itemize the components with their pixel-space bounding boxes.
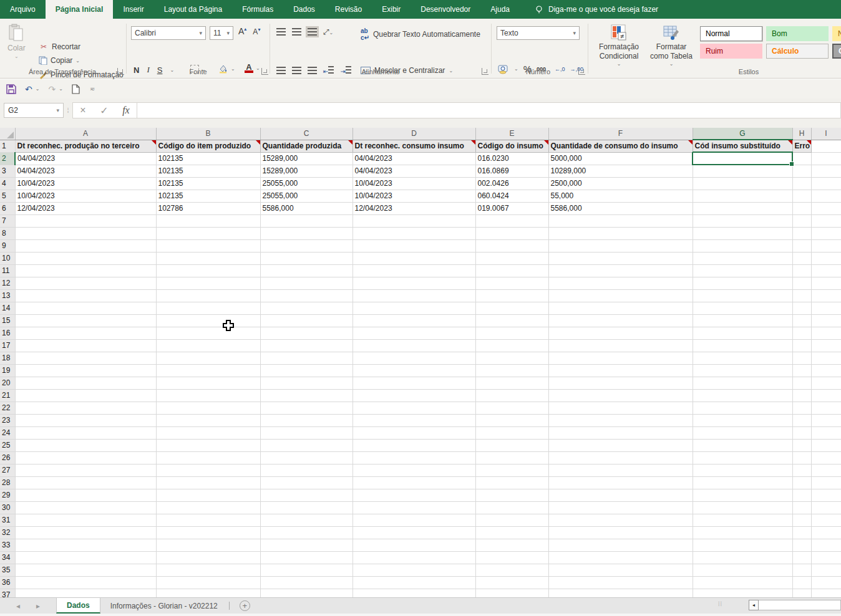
- cell-A6[interactable]: 12/04/2023: [15, 202, 156, 214]
- cell-G36[interactable]: [693, 576, 792, 589]
- undo-button[interactable]: ↶: [25, 84, 32, 94]
- cell-D13[interactable]: [352, 289, 475, 302]
- cell-G26[interactable]: [693, 451, 792, 464]
- cell-E37[interactable]: [475, 589, 548, 597]
- cell-F14[interactable]: [548, 302, 693, 314]
- cell-E3[interactable]: 016.0869: [475, 165, 548, 177]
- cell-G37[interactable]: [693, 589, 792, 597]
- row-header-32[interactable]: 32: [0, 526, 15, 539]
- cell-G32[interactable]: [693, 526, 792, 539]
- cell-F2[interactable]: 5000,000: [548, 152, 693, 165]
- cell-B10[interactable]: [156, 252, 260, 264]
- cell-H12[interactable]: [792, 277, 811, 289]
- cell-A31[interactable]: [15, 514, 156, 526]
- redo-button[interactable]: ↷: [48, 84, 56, 94]
- tab-dados[interactable]: Dados: [283, 0, 325, 19]
- cell-G19[interactable]: [693, 364, 792, 377]
- cell-F15[interactable]: [548, 314, 693, 327]
- cell-D24[interactable]: [352, 426, 475, 439]
- cell-H13[interactable]: [792, 289, 811, 302]
- cell-E13[interactable]: [475, 289, 548, 302]
- cell-D18[interactable]: [352, 352, 475, 364]
- cell-E8[interactable]: [475, 227, 548, 239]
- cell-A9[interactable]: [15, 239, 156, 252]
- cell-F24[interactable]: [548, 426, 693, 439]
- cell-D19[interactable]: [352, 364, 475, 377]
- cell-E25[interactable]: [475, 439, 548, 451]
- tab-inserir[interactable]: Inserir: [113, 0, 153, 19]
- cell-I24[interactable]: [811, 426, 841, 439]
- cell-F21[interactable]: [548, 389, 693, 402]
- sheet-tab-informacoes[interactable]: Informações - Glorian - v202212: [100, 598, 228, 614]
- cell-D4[interactable]: 10/04/2023: [352, 177, 475, 190]
- cell-B6[interactable]: 102786: [156, 202, 260, 214]
- cell-H27[interactable]: [792, 464, 811, 476]
- cell-F9[interactable]: [548, 239, 693, 252]
- cell-A5[interactable]: 10/04/2023: [15, 190, 156, 202]
- row-header-25[interactable]: 25: [0, 439, 15, 451]
- cell-F26[interactable]: [548, 451, 693, 464]
- cell-I16[interactable]: [811, 327, 841, 339]
- row-header-19[interactable]: 19: [0, 364, 15, 377]
- cell-B17[interactable]: [156, 339, 260, 352]
- cell-H20[interactable]: [792, 377, 811, 389]
- cell-B11[interactable]: [156, 264, 260, 277]
- cell-B31[interactable]: [156, 514, 260, 526]
- cell-C11[interactable]: [260, 264, 352, 277]
- cell-A12[interactable]: [15, 277, 156, 289]
- cell-B18[interactable]: [156, 352, 260, 364]
- cell-E33[interactable]: [475, 539, 548, 551]
- cell-D22[interactable]: [352, 402, 475, 414]
- cell-I3[interactable]: [811, 165, 841, 177]
- cell-B3[interactable]: 102135: [156, 165, 260, 177]
- font-dialog-launcher[interactable]: [261, 68, 268, 75]
- cell-D6[interactable]: 12/04/2023: [352, 202, 475, 214]
- cell-style-dark[interactable]: C: [832, 44, 841, 59]
- cell-F7[interactable]: [548, 214, 693, 227]
- cell-H10[interactable]: [792, 252, 811, 264]
- cell-G22[interactable]: [693, 402, 792, 414]
- cell-I20[interactable]: [811, 377, 841, 389]
- cell-I19[interactable]: [811, 364, 841, 377]
- cell-style-normal[interactable]: Normal: [700, 26, 762, 41]
- cell-E11[interactable]: [475, 264, 548, 277]
- cell-B28[interactable]: [156, 476, 260, 489]
- cell-B12[interactable]: [156, 277, 260, 289]
- cell-C12[interactable]: [260, 277, 352, 289]
- cell-D34[interactable]: [352, 551, 475, 564]
- cell-H15[interactable]: [792, 314, 811, 327]
- cell-I23[interactable]: [811, 414, 841, 426]
- cell-G1[interactable]: Cód insumo substituído: [693, 140, 792, 152]
- cell-C8[interactable]: [260, 227, 352, 239]
- cell-F31[interactable]: [548, 514, 693, 526]
- cell-H18[interactable]: [792, 352, 811, 364]
- cell-I6[interactable]: [811, 202, 841, 214]
- redo-dropdown-arrow[interactable]: ⌄: [59, 86, 63, 92]
- tab-scroll-splitter[interactable]: ⁞⁞: [718, 601, 722, 607]
- cell-D12[interactable]: [352, 277, 475, 289]
- cell-I21[interactable]: [811, 389, 841, 402]
- cell-H7[interactable]: [792, 214, 811, 227]
- cell-I10[interactable]: [811, 252, 841, 264]
- column-header-G[interactable]: G: [693, 128, 792, 140]
- row-header-16[interactable]: 16: [0, 327, 15, 339]
- row-header-9[interactable]: 9: [0, 239, 15, 252]
- cell-B32[interactable]: [156, 526, 260, 539]
- cell-D1[interactable]: Dt reconhec. consumo insumo: [352, 140, 475, 152]
- cell-C14[interactable]: [260, 302, 352, 314]
- cell-H4[interactable]: [792, 177, 811, 190]
- column-header-I[interactable]: I: [811, 128, 841, 140]
- cell-A37[interactable]: [15, 589, 156, 597]
- cell-D11[interactable]: [352, 264, 475, 277]
- cell-H37[interactable]: [792, 589, 811, 597]
- cell-D33[interactable]: [352, 539, 475, 551]
- row-header-14[interactable]: 14: [0, 302, 15, 314]
- cell-I29[interactable]: [811, 489, 841, 501]
- row-header-8[interactable]: 8: [0, 227, 15, 239]
- cell-E10[interactable]: [475, 252, 548, 264]
- row-header-6[interactable]: 6: [0, 202, 15, 214]
- cell-C24[interactable]: [260, 426, 352, 439]
- cell-H26[interactable]: [792, 451, 811, 464]
- cell-A18[interactable]: [15, 352, 156, 364]
- cell-D7[interactable]: [352, 214, 475, 227]
